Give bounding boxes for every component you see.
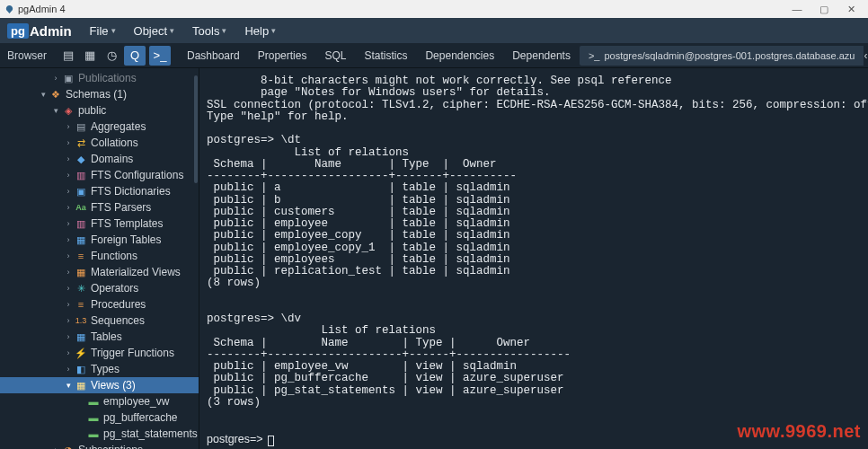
fts-parsers-icon: Aa [74, 203, 88, 212]
tab-statistics[interactable]: Statistics [355, 49, 416, 62]
tree-item-publications[interactable]: ›▣Publications [0, 70, 199, 86]
app-logo: pg Admin [7, 23, 72, 39]
collapse-icon[interactable]: ▾ [63, 381, 74, 390]
menu-tools[interactable]: Tools▾ [183, 24, 235, 38]
tab-dependents[interactable]: Dependents [503, 49, 580, 62]
object-browser[interactable]: ›▣Publications ▾❖Schemas (1) ▾◈public ›▤… [0, 68, 199, 449]
terminal-cursor [268, 436, 274, 446]
view-icon: ▬ [86, 428, 101, 439]
view-icon: ▬ [86, 396, 101, 407]
expand-icon[interactable]: › [63, 187, 74, 196]
tree-item-procedures[interactable]: ›≡Procedures [0, 296, 199, 313]
tree-item-public[interactable]: ▾◈public [0, 102, 199, 119]
menu-help[interactable]: Help▾ [235, 24, 285, 38]
collations-icon: ⇄ [74, 137, 88, 149]
tree-item-tables[interactable]: ›▦Tables [0, 329, 199, 345]
tree-item-foreign-tables[interactable]: ›▦Foreign Tables [0, 232, 199, 248]
collapse-icon[interactable]: ▾ [50, 106, 61, 115]
browser-toolbar: ▤ ▦ ◷ Q >_ [54, 46, 173, 66]
tree-item-fts-configurations[interactable]: ›▥FTS Configurations [0, 167, 199, 183]
minimize-button[interactable]: — [784, 4, 810, 14]
types-icon: ◧ [74, 364, 88, 375]
expand-icon[interactable]: › [63, 284, 74, 293]
foreign-tables-icon: ▦ [74, 234, 88, 246]
psql-terminal[interactable]: 8-bit characters might not work correctl… [199, 68, 868, 449]
aggregates-icon: ▤ [74, 121, 88, 133]
operators-icon: ✳ [74, 283, 88, 295]
tree-item-schemas[interactable]: ▾❖Schemas (1) [0, 86, 199, 102]
app-icon [4, 4, 14, 14]
tree-view-pg_buffercache[interactable]: ▬pg_buffercache [0, 409, 199, 426]
domains-icon: ◆ [74, 154, 88, 165]
maximize-button[interactable]: ▢ [810, 4, 837, 15]
tree-item-views[interactable]: ▾▦Views (3) [0, 377, 199, 393]
toolbar: Browser ▤ ▦ ◷ Q >_ Dashboard Properties … [0, 43, 868, 68]
tree-item-aggregates[interactable]: ›▤Aggregates [0, 119, 199, 135]
tree-item-fts-parsers[interactable]: ›AaFTS Parsers [0, 199, 199, 216]
views-icon: ▦ [74, 380, 88, 392]
tab-properties[interactable]: Properties [249, 49, 316, 62]
expand-icon[interactable]: › [63, 268, 74, 277]
fts-dictionaries-icon: ▣ [74, 186, 88, 198]
tree-item-materialized-views[interactable]: ›▦Materialized Views [0, 264, 199, 280]
close-button[interactable]: ✕ [837, 4, 864, 15]
menu-file[interactable]: File▾ [81, 24, 125, 38]
view-icon: ▬ [86, 412, 101, 423]
expand-icon[interactable]: › [63, 251, 74, 260]
tree-item-fts-templates[interactable]: ›▥FTS Templates [0, 216, 199, 232]
procedures-icon: ≡ [74, 299, 88, 310]
tree-item-collations[interactable]: ›⇄Collations [0, 135, 199, 151]
tree-item-functions[interactable]: ›≡Functions [0, 248, 199, 264]
expand-icon[interactable]: › [63, 154, 74, 163]
expand-icon[interactable]: › [63, 348, 74, 357]
expand-icon[interactable]: › [63, 300, 74, 309]
chevron-down-icon: ▾ [170, 26, 174, 35]
menubar: pg Admin File▾ Object▾ Tools▾ Help▾ [0, 18, 868, 43]
menu-object[interactable]: Object▾ [125, 24, 184, 38]
sidebar-scrollbar[interactable] [193, 68, 199, 449]
terminal-icon: >_ [589, 50, 600, 61]
expand-icon[interactable]: › [63, 332, 74, 341]
expand-icon[interactable]: › [63, 365, 74, 374]
expand-icon[interactable]: › [50, 74, 61, 83]
tab-psql-session[interactable]: >_ postgres/sqladmin@postgres-001.postgr… [580, 46, 864, 66]
tool-grid-icon[interactable]: ▦ [79, 46, 101, 66]
tool-properties-icon[interactable]: ▤ [58, 46, 79, 66]
window-titlebar: pgAdmin 4 — ▢ ✕ [0, 0, 868, 18]
tool-dashboard-icon[interactable]: ◷ [101, 46, 122, 66]
expand-icon[interactable]: › [63, 122, 74, 131]
publications-icon: ▣ [61, 73, 75, 84]
sequences-icon: 1.3 [74, 316, 88, 325]
tree-item-trigger-functions[interactable]: ›⚡Trigger Functions [0, 345, 199, 361]
tree-view-pg_stat_statements[interactable]: ▬pg_stat_statements [0, 426, 199, 442]
tool-search-icon[interactable]: Q [124, 46, 146, 66]
trigger-functions-icon: ⚡ [74, 348, 88, 359]
expand-icon[interactable]: › [63, 316, 74, 325]
tree-item-fts-dictionaries[interactable]: ›▣FTS Dictionaries [0, 183, 199, 199]
tree-view-employee_vw[interactable]: ▬employee_vw [0, 393, 199, 409]
tool-psql-icon[interactable]: >_ [149, 46, 171, 66]
schemas-icon: ❖ [49, 89, 63, 101]
tab-sql[interactable]: SQL [315, 49, 355, 62]
connection-path: postgres/sqladmin@postgres-001.postgres.… [604, 50, 855, 61]
subscriptions-icon: ◑ [61, 445, 75, 450]
terminal-output: 8-bit characters might not work correctl… [199, 68, 868, 449]
tree-item-sequences[interactable]: ›1.3Sequences [0, 313, 199, 329]
tree-item-domains[interactable]: ›◆Domains [0, 151, 199, 167]
expand-icon[interactable]: › [63, 235, 74, 244]
tree-item-operators[interactable]: ›✳Operators [0, 280, 199, 296]
scrollbar-thumb[interactable] [194, 75, 198, 183]
fts-configurations-icon: ▥ [74, 170, 88, 181]
functions-icon: ≡ [74, 251, 88, 261]
collapse-icon[interactable]: ▾ [38, 90, 49, 99]
expand-icon[interactable]: › [63, 219, 74, 228]
logo-pg: pg [7, 23, 29, 39]
expand-icon[interactable]: › [63, 203, 74, 212]
expand-icon[interactable]: › [50, 445, 61, 449]
tab-dependencies[interactable]: Dependencies [416, 49, 503, 62]
tree-item-types[interactable]: ›◧Types [0, 361, 199, 377]
expand-icon[interactable]: › [63, 171, 74, 180]
tree-item-subscriptions[interactable]: ›◑Subscriptions [0, 442, 199, 449]
expand-icon[interactable]: › [63, 138, 74, 147]
tab-dashboard[interactable]: Dashboard [178, 49, 249, 62]
